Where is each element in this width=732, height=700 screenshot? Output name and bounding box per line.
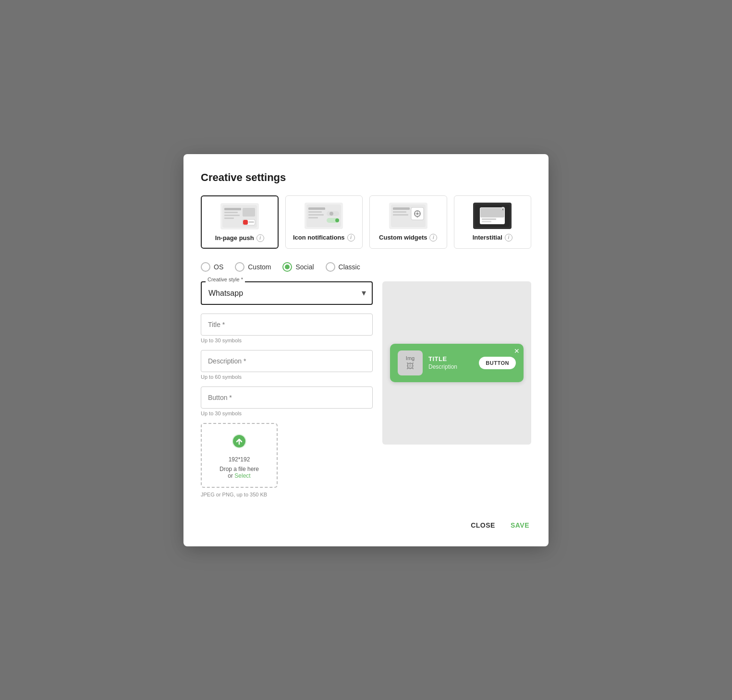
right-panel: ✕ Img 🖼 TITLE Description BUTTON — [382, 281, 531, 497]
info-icon-custom[interactable]: i — [429, 234, 437, 241]
svg-rect-35 — [482, 221, 491, 222]
left-panel: Creative style * Whatsapp Facebook Twitt… — [201, 281, 373, 497]
radio-group: OS Custom Social Classic — [201, 262, 531, 272]
radio-custom-label: Custom — [248, 263, 271, 271]
notif-button: BUTTON — [479, 357, 516, 369]
card-interstitial[interactable]: ✕ Interstitial i — [454, 195, 532, 249]
title-input[interactable] — [201, 314, 373, 336]
save-button[interactable]: SAVE — [509, 518, 531, 533]
radio-os-label: OS — [214, 263, 223, 271]
svg-rect-34 — [482, 218, 496, 220]
close-button[interactable]: CLOSE — [469, 518, 497, 533]
notif-img-placeholder: Img 🖼 — [398, 350, 423, 375]
svg-rect-21 — [393, 214, 408, 216]
svg-rect-12 — [308, 214, 324, 216]
radio-os[interactable]: OS — [201, 262, 223, 272]
radio-classic-circle — [326, 262, 335, 272]
card-inpage[interactable]: In-page push i — [201, 195, 279, 249]
svg-rect-19 — [393, 207, 410, 210]
svg-point-17 — [335, 218, 339, 222]
svg-rect-20 — [393, 211, 406, 213]
button-input[interactable] — [201, 386, 373, 409]
radio-custom-circle — [235, 262, 244, 272]
radio-social-label: Social — [295, 263, 314, 271]
svg-rect-7 — [243, 220, 248, 225]
creative-style-label: Creative style * — [206, 277, 245, 282]
upload-icon — [232, 434, 247, 452]
upload-area[interactable]: 192*192 Drop a file here or Select — [201, 423, 278, 488]
title-input-group — [201, 314, 373, 336]
description-hint: Up to 60 symbols — [201, 374, 373, 380]
info-icon-inpage[interactable]: i — [256, 234, 264, 242]
upload-drop-text: Drop a file here or Select — [220, 466, 259, 479]
radio-classic[interactable]: Classic — [326, 262, 360, 272]
svg-rect-26 — [416, 216, 418, 217]
notif-description: Description — [428, 363, 473, 370]
upload-size-label: 192*192 — [229, 456, 250, 463]
svg-rect-3 — [224, 215, 240, 216]
svg-rect-4 — [224, 217, 234, 219]
creative-style-select-wrapper[interactable]: Whatsapp Facebook Twitter Instagram ▾ — [201, 281, 373, 305]
radio-custom[interactable]: Custom — [235, 262, 271, 272]
svg-rect-25 — [416, 210, 418, 212]
svg-rect-31 — [480, 208, 504, 217]
svg-rect-10 — [308, 207, 325, 210]
main-content: Creative style * Whatsapp Facebook Twitt… — [201, 281, 531, 497]
svg-point-15 — [329, 212, 333, 216]
card-icon-label: Icon notifications i — [293, 234, 355, 241]
preview-area: ✕ Img 🖼 TITLE Description BUTTON — [382, 281, 531, 445]
button-hint: Up to 30 symbols — [201, 410, 373, 416]
icon-notif-icon — [305, 203, 343, 229]
modal-title: Creative settings — [201, 171, 531, 184]
notif-img-photo-icon: 🖼 — [406, 362, 414, 371]
svg-rect-5 — [243, 208, 255, 217]
radio-social-circle — [282, 262, 292, 272]
svg-rect-13 — [308, 217, 318, 218]
svg-rect-2 — [224, 212, 238, 213]
title-hint: Up to 30 symbols — [201, 338, 373, 343]
notification-preview-card: ✕ Img 🖼 TITLE Description BUTTON — [390, 344, 524, 382]
svg-rect-28 — [419, 213, 421, 214]
card-custom-label: Custom widgets i — [379, 234, 437, 241]
radio-os-circle — [201, 262, 210, 272]
radio-social-dot — [285, 265, 290, 269]
interstitial-icon: ✕ — [473, 203, 512, 229]
info-icon-icon[interactable]: i — [347, 234, 355, 241]
custom-widgets-icon — [389, 203, 427, 229]
description-input[interactable] — [201, 350, 373, 372]
inpage-icon — [220, 203, 259, 229]
description-input-group — [201, 350, 373, 372]
svg-rect-8 — [248, 221, 254, 223]
radio-classic-label: Classic — [339, 263, 360, 271]
upload-hint: JPEG or PNG, up to 350 KB — [201, 492, 373, 497]
creative-style-group: Creative style * Whatsapp Facebook Twitt… — [201, 281, 373, 305]
card-inpage-label: In-page push i — [215, 234, 264, 242]
button-input-group — [201, 386, 373, 409]
notif-body: TITLE Description — [428, 355, 473, 370]
card-grid: In-page push i — [201, 195, 531, 249]
creative-style-select[interactable]: Whatsapp Facebook Twitter Instagram — [202, 282, 372, 304]
card-interstitial-label: Interstitial i — [473, 234, 512, 241]
svg-point-24 — [416, 212, 418, 215]
info-icon-interstitial[interactable]: i — [505, 234, 512, 241]
svg-rect-11 — [308, 211, 322, 213]
svg-rect-27 — [414, 213, 415, 214]
card-icon-notifications[interactable]: Icon notifications i — [285, 195, 363, 249]
creative-settings-modal: Creative settings — [183, 154, 549, 546]
radio-social[interactable]: Social — [282, 262, 314, 272]
notif-title: TITLE — [428, 355, 473, 362]
upload-select-link[interactable]: Select — [234, 472, 250, 479]
modal-footer: CLOSE SAVE — [201, 511, 531, 533]
svg-text:✕: ✕ — [501, 207, 504, 211]
notif-close-icon: ✕ — [514, 348, 520, 354]
card-custom-widgets[interactable]: Custom widgets i — [369, 195, 447, 249]
modal-overlay: Creative settings — [0, 0, 732, 700]
svg-rect-1 — [224, 208, 241, 210]
